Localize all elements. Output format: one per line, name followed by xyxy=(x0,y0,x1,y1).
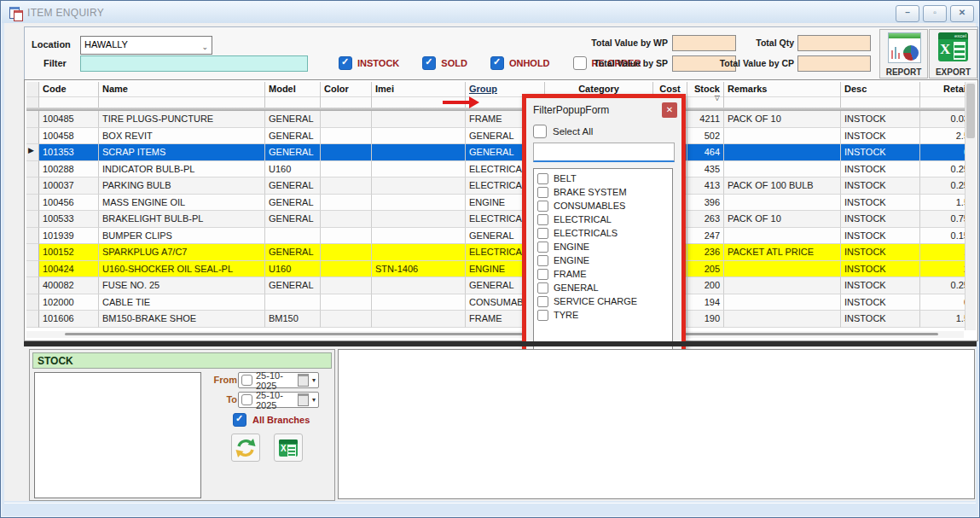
table-row[interactable]: 100485TIRE PLUGS-PUNCTUREGENERALFRAME421… xyxy=(26,111,973,128)
column-header-name[interactable]: Name xyxy=(99,82,265,108)
checkbox-label: SOLD xyxy=(441,58,467,68)
table-row[interactable]: 100424U160-SHOCKER OIL SEAL-PLU160STN-14… xyxy=(26,261,973,278)
table-row[interactable]: 100037PARKING BULBGENERALELECTRICAL413PA… xyxy=(26,178,973,195)
checkbox-sold[interactable]: SOLD xyxy=(422,56,467,70)
column-header-stock[interactable]: Stock ▽ xyxy=(687,82,724,108)
group-filter-option[interactable]: CONSUMABLES xyxy=(534,199,672,212)
select-all-label: Select All xyxy=(553,126,593,137)
checkbox-onhold[interactable]: ONHOLD xyxy=(490,56,550,70)
cell-model: GENERAL xyxy=(265,178,321,195)
group-filter-option[interactable]: ENGINE xyxy=(534,253,672,267)
table-row[interactable]: 102000CABLE TIECONSUMABLES194INSTOCK0 xyxy=(26,294,973,311)
calendar-icon xyxy=(298,374,309,387)
from-label: From xyxy=(208,375,237,385)
row-header-cell xyxy=(26,111,39,128)
cell-model: GENERAL xyxy=(265,277,321,294)
checkbox-label: INSTOCK xyxy=(357,58,399,68)
minimize-button[interactable]: – xyxy=(896,5,919,22)
column-header-model[interactable]: Model xyxy=(265,82,321,108)
checkbox-icon xyxy=(537,187,548,198)
group-filter-option[interactable]: SERVICE CHARGE xyxy=(534,294,672,308)
cell-code: 100152 xyxy=(39,244,99,261)
row-header-cell xyxy=(26,178,39,195)
horizontal-scrollbar[interactable] xyxy=(26,331,964,338)
cell-model: GENERAL xyxy=(265,144,321,161)
popup-close-button[interactable]: ✕ xyxy=(662,102,677,118)
cell-stock: 396 xyxy=(687,195,724,212)
group-filter-option[interactable]: TYRE xyxy=(534,308,672,322)
chevron-down-icon: ▾ xyxy=(312,376,316,384)
refresh-button[interactable] xyxy=(231,434,260,462)
group-filter-option-label: ENGINE xyxy=(554,242,589,252)
all-branches-label: All Branches xyxy=(252,415,310,425)
location-dropdown[interactable]: HAWALLY ⌄ xyxy=(80,36,212,55)
cell-model: GENERAL xyxy=(265,195,321,212)
table-row[interactable]: 101606BM150-BRAKE SHOEBM150FRAME190INSTO… xyxy=(26,311,973,328)
column-header-code[interactable]: Code xyxy=(39,82,99,108)
table-row[interactable]: 100458BOX REVITGENERALGENERAL502INSTOCK2… xyxy=(26,128,973,145)
all-branches-checkbox[interactable]: All Branches xyxy=(233,413,310,427)
group-filter-option[interactable]: ENGINE xyxy=(534,240,672,253)
column-header-remarks[interactable]: Remarks xyxy=(724,82,841,108)
checkbox-icon xyxy=(490,56,504,70)
to-date-picker[interactable]: 25-10-2025 ▾ xyxy=(238,392,319,408)
table-row[interactable]: 100533BRAKELIGHT BULB-PLGENERALELECTRICA… xyxy=(26,211,973,228)
table-row[interactable]: 400082FUSE NO. 25GENERALGENERAL200INSTOC… xyxy=(26,277,973,294)
cell-color xyxy=(321,244,372,261)
splitter-bar[interactable] xyxy=(24,341,977,346)
cell-code: 400082 xyxy=(39,277,99,294)
location-label: Location xyxy=(32,39,71,49)
cell-desc: INSTOCK xyxy=(841,128,920,145)
checkbox-icon xyxy=(537,310,548,321)
group-filter-option[interactable]: ELECTRICALS xyxy=(534,226,672,240)
group-filter-option-label: ELECTRICAL xyxy=(554,214,612,224)
group-filter-option[interactable]: BELT xyxy=(534,172,672,185)
cell-desc: INSTOCK xyxy=(841,244,920,261)
cell-desc: INSTOCK xyxy=(841,144,920,161)
stock-panel-title: STOCK xyxy=(32,352,332,369)
cell-stock: 464 xyxy=(687,144,724,161)
cell-desc: INSTOCK xyxy=(841,277,920,294)
popup-search-input[interactable] xyxy=(533,143,675,162)
group-filter-option[interactable]: BRAKE SYSTEM xyxy=(534,185,672,199)
cell-color xyxy=(321,261,372,278)
table-row[interactable]: ▶101353SCRAP ITEMSGENERALGENERAL464INSTO… xyxy=(26,144,973,161)
status-bar xyxy=(4,503,976,515)
from-date-picker[interactable]: 25-10-2025 ▾ xyxy=(238,372,319,388)
table-row[interactable]: 100288INDICATOR BULB-PLU160ELECTRICAL435… xyxy=(26,161,973,178)
select-all-checkbox[interactable]: Select All xyxy=(533,125,593,138)
group-filter-option[interactable]: FRAME xyxy=(534,267,672,281)
maximize-button[interactable]: ▫ xyxy=(923,5,947,22)
checkbox-instock[interactable]: INSTOCK xyxy=(339,56,399,70)
filter-label: Filter xyxy=(43,58,67,68)
cell-imei: STN-1406 xyxy=(372,261,466,278)
group-filter-option-label: CONSUMABLES xyxy=(554,201,625,211)
report-button-label: REPORT xyxy=(880,67,927,77)
row-header-cell xyxy=(26,277,39,294)
table-row[interactable]: 100456MASS ENGINE OILGENERALENGINE396INS… xyxy=(26,195,973,212)
checkbox-icon xyxy=(241,375,252,386)
table-row[interactable]: 101939BUMPER CLIPSGENERAL247INSTOCK0.15 xyxy=(26,228,973,245)
row-header-cell xyxy=(26,128,39,145)
cell-desc: INSTOCK xyxy=(841,161,920,178)
cell-stock: 247 xyxy=(687,228,724,245)
close-button[interactable]: ✕ xyxy=(950,5,974,22)
group-filter-option[interactable]: GENERAL xyxy=(534,281,672,294)
stock-export-button[interactable]: X xyxy=(274,434,303,462)
vertical-scrollbar[interactable] xyxy=(965,82,976,330)
cell-remarks xyxy=(724,294,841,311)
table-row[interactable]: 100152SPARKPLUG A7/C7GENERALELECTRICAL23… xyxy=(26,244,973,261)
cell-desc: INSTOCK xyxy=(841,111,920,128)
stock-listbox[interactable] xyxy=(34,372,201,498)
detail-panel xyxy=(338,349,975,499)
column-header-desc[interactable]: Desc xyxy=(841,82,920,108)
column-header-color[interactable]: Color xyxy=(321,82,372,108)
group-filter-option[interactable]: ELECTRICAL xyxy=(534,212,672,226)
export-button[interactable]: excelX EXPORT xyxy=(929,29,977,79)
filter-input[interactable] xyxy=(80,55,308,72)
cell-color xyxy=(321,195,372,212)
to-date-value: 25-10-2025 xyxy=(256,390,294,410)
form-icon xyxy=(9,7,22,19)
report-button[interactable]: REPORT xyxy=(879,29,928,79)
cell-code: 100533 xyxy=(39,211,99,228)
